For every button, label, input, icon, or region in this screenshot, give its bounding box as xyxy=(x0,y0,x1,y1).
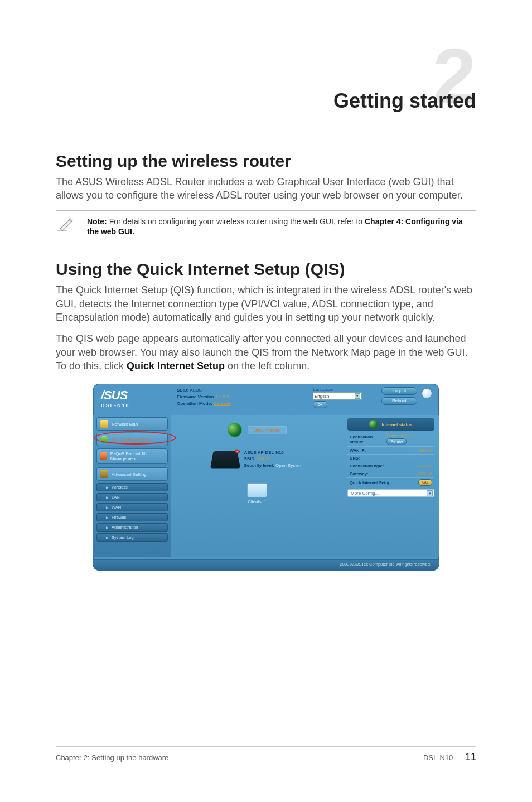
sidebar-label-wan: WAN xyxy=(112,505,121,510)
ssid-label: SSID: xyxy=(177,388,188,393)
clients-label: Clients: 1 xyxy=(247,499,267,504)
sidebar-item-ezqos[interactable]: EzQoS Bandwidth Management xyxy=(96,448,168,464)
gateway-label: Gateway: xyxy=(350,471,368,476)
model-label: DSL-N10 xyxy=(101,403,167,408)
gui-header-info: SSID: ASUS Firmware Version 1.1.0.9 Oper… xyxy=(171,384,311,415)
status-row-dns: DNS: xyxy=(347,455,434,462)
security-value: Open System xyxy=(274,463,303,468)
note-body: For details on configuring your wireless… xyxy=(107,217,365,226)
conn-status-value: Disconnected xyxy=(386,433,412,438)
router-icon[interactable]: ✕ xyxy=(210,451,240,468)
chapter-title: Getting started xyxy=(56,89,476,113)
qis-label: Quick Internet Setup: xyxy=(350,480,392,485)
status-panel-title: Internet status xyxy=(381,422,412,427)
conntype-value: PPPOE xyxy=(418,463,432,468)
sidebar-item-advanced[interactable]: Advanced Setting xyxy=(96,467,168,481)
network-map-icon xyxy=(100,420,108,428)
center-panel: Disconnected ✕ ASUS AP-DSL-N10 SSID: ASU… xyxy=(171,415,343,557)
sidebar-label-ezqos: EzQoS Bandwidth Management xyxy=(110,451,164,461)
sidebar-sub-wireless[interactable]: ▶Wireless xyxy=(96,483,168,491)
dns-label: DNS: xyxy=(350,456,360,461)
connection-status-text: Disconnected xyxy=(248,426,287,434)
triangle-icon: ▶ xyxy=(106,495,109,499)
status-row-gateway: Gateway: 0.0.0.0 xyxy=(347,470,434,478)
footer-chapter-label: Chapter 2: Setting up the hardware xyxy=(56,753,168,762)
section2-body1: The Quick Internet Setup (QIS) function,… xyxy=(56,283,476,324)
fw-label: Firmware Version xyxy=(177,394,214,399)
sidebar-sub-administration[interactable]: ▶Administration xyxy=(96,523,168,532)
sidebar-sub-systemlog[interactable]: ▶System Log xyxy=(96,533,168,542)
wanip-value: 0.0.0.0 xyxy=(419,448,432,453)
triangle-icon: ▶ xyxy=(106,535,109,539)
logout-button[interactable]: Logout xyxy=(381,387,417,395)
note-text: Note: For details on configuring your wi… xyxy=(87,216,476,238)
fw-version-link[interactable]: 1.1.0.9 xyxy=(215,394,229,399)
conntype-label: Connection type: xyxy=(350,463,384,468)
ok-button[interactable]: Ok xyxy=(313,401,327,408)
reboot-button[interactable]: Reboot xyxy=(381,397,417,405)
sidebar-item-qis[interactable]: Quick Internet Setup xyxy=(96,433,168,446)
go-button[interactable]: GO xyxy=(418,479,432,486)
sidebar-sub-firewall[interactable]: ▶Firewall xyxy=(96,513,168,521)
section1-body: The ASUS Wireless ADSL Router includes a… xyxy=(56,175,476,202)
sidebar-label-wireless: Wireless xyxy=(112,485,128,490)
router-name: ASUS AP-DSL-N10 xyxy=(244,450,284,455)
sidebar-sub-wan[interactable]: ▶WAN xyxy=(96,503,168,511)
mini-globe-icon xyxy=(369,420,378,429)
note-block: Note: For details on configuring your wi… xyxy=(56,210,476,244)
status-panel: Internet status Connection status: Disco… xyxy=(343,415,439,557)
opmode-link[interactable]: Gateway xyxy=(214,401,231,406)
gui-footer-copyright: 2009 ASUSTek Computer Inc. All rights re… xyxy=(93,559,439,571)
sidebar-sub-lan[interactable]: ▶LAN xyxy=(96,493,168,501)
status-row-wanip: WAN IP: 0.0.0.0 xyxy=(347,447,434,455)
help-icon[interactable] xyxy=(422,388,432,399)
status-row-connstatus: Connection status: Disconnected Renew xyxy=(347,432,434,447)
footer-model: DSL-N10 xyxy=(423,753,453,762)
router-info: ASUS AP-DSL-N10 SSID: ASUS Security leve… xyxy=(244,450,303,468)
chevron-down-icon: ▾ xyxy=(427,490,433,496)
router-gui-screenshot: /SUS DSL-N10 SSID: ASUS Firmware Version… xyxy=(93,384,439,571)
status-row-qis: Quick Internet Setup: GO xyxy=(347,478,434,487)
asus-logo: /SUS xyxy=(101,388,167,403)
qis-icon xyxy=(100,436,108,443)
triangle-icon: ▶ xyxy=(106,515,109,519)
sidebar-item-network-map[interactable]: Network Map xyxy=(96,417,168,431)
language-select[interactable]: English ▾ xyxy=(313,392,362,400)
more-config-label: More Config... xyxy=(351,491,379,496)
wrench-icon xyxy=(100,470,108,478)
page-footer: Chapter 2: Setting up the hardware DSL-N… xyxy=(56,746,476,763)
triangle-icon: ▶ xyxy=(106,485,109,489)
sidebar-label-network-map: Network Map xyxy=(112,422,138,427)
sidebar-label-systemlog: System Log xyxy=(112,535,134,540)
triangle-icon: ▶ xyxy=(106,525,109,529)
language-value: English xyxy=(315,394,329,399)
gateway-value: 0.0.0.0 xyxy=(419,471,432,476)
more-config-select[interactable]: More Config... ▾ xyxy=(347,489,434,497)
section2-body2: The QIS web page appears automatically a… xyxy=(56,332,476,373)
page-number: 11 xyxy=(465,751,476,762)
chevron-down-icon: ▾ xyxy=(355,393,360,399)
section2-body2-bold: Quick Internet Setup xyxy=(127,360,225,371)
sidebar-label-qis: Quick Internet Setup xyxy=(112,437,152,442)
pencil-icon xyxy=(56,216,75,233)
sidebar: Network Map Quick Internet Setup EzQoS B… xyxy=(93,415,171,557)
globe-icon[interactable] xyxy=(228,423,242,437)
conn-status-label: Connection status: xyxy=(350,434,386,445)
opmode-label: Operation Mode: xyxy=(177,401,212,406)
ssid-value: ASUS xyxy=(190,388,202,393)
sidebar-label-lan: LAN xyxy=(112,495,120,500)
clients-text: Clients: xyxy=(248,499,263,504)
sidebar-label-administration: Administration xyxy=(112,525,138,530)
router-ssid-label: SSID: xyxy=(244,456,256,461)
section2-body2b: on the left column. xyxy=(225,360,309,371)
security-label: Security level: xyxy=(244,463,274,468)
router-ssid-link[interactable]: ASUS xyxy=(257,456,269,461)
note-label: Note: xyxy=(87,217,107,226)
triangle-icon: ▶ xyxy=(106,505,109,509)
alert-badge-icon: ✕ xyxy=(234,450,240,453)
status-row-conntype: Connection type: PPPOE xyxy=(347,462,434,470)
renew-button[interactable]: Renew xyxy=(386,438,407,445)
monitor-icon[interactable] xyxy=(247,483,267,497)
clients-count: 1 xyxy=(263,499,267,504)
section-heading-setup: Setting up the wireless router xyxy=(56,152,476,171)
